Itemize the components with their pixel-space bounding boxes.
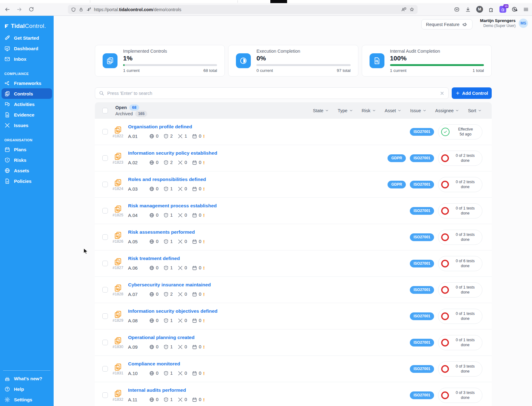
add-control-button[interactable]: Add Control [452, 87, 492, 99]
framework-badge-iso27001[interactable]: ISO27001 [410, 286, 434, 294]
row-checkbox[interactable] [102, 234, 108, 240]
framework-badge-iso27001[interactable]: ISO27001 [410, 339, 434, 346]
control-title-link[interactable]: Information security objectives defined [128, 308, 218, 314]
table-row[interactable]: Risk treatment defined#1827A.060100!ISO2… [95, 250, 492, 277]
control-title-link[interactable]: Risk assessments performed [128, 229, 195, 235]
row-checkbox[interactable] [102, 287, 108, 293]
framework-badge-iso27001[interactable]: ISO27001 [410, 181, 434, 188]
forward-icon[interactable] [16, 7, 22, 12]
status-pill[interactable]: 0 of 3 testsdone [438, 361, 482, 377]
status-pill[interactable]: 0 of 1 testsdone [438, 335, 482, 350]
permissions-icon[interactable] [86, 7, 91, 12]
control-title-link[interactable]: Risk treatment defined [128, 256, 180, 261]
search-input[interactable] [107, 91, 437, 96]
profile-avatar-icon[interactable]: M [476, 6, 483, 13]
sidebar-item-plans[interactable]: Plans [0, 144, 54, 155]
control-title-link[interactable]: Information security policy established [128, 150, 217, 156]
clear-search-icon[interactable] [440, 91, 445, 96]
table-row[interactable]: Information security objectives defined#… [95, 303, 492, 329]
sidebar-item-help[interactable]: Help [0, 384, 54, 394]
sidebar-item-evidence[interactable]: Evidence [0, 109, 54, 120]
user-menu[interactable]: Martijn Sprengers Demo (Super User) MS [480, 18, 528, 28]
back-icon[interactable] [4, 7, 10, 12]
framework-badge-gdpr[interactable]: GDPR [388, 154, 406, 162]
sidebar-item-get-started[interactable]: Get Started [0, 33, 54, 43]
tab-archived[interactable]: Archived165 [115, 111, 147, 117]
table-row[interactable]: Risk management process established#1825… [95, 198, 492, 224]
extension-puzzle-icon[interactable] [488, 7, 494, 12]
row-checkbox[interactable] [102, 208, 108, 214]
sidebar-item-dashboard[interactable]: Dashboard [0, 43, 54, 54]
sidebar-item-what-s-new[interactable]: What's new? [0, 373, 54, 384]
status-pill[interactable]: 0 of 1 testsdone [438, 282, 482, 298]
sidebar-item-policies[interactable]: Policies [0, 176, 54, 186]
row-checkbox[interactable] [102, 155, 108, 161]
table-row[interactable]: Compliance monitored#1831A.100100!ISO270… [95, 356, 492, 382]
framework-badge-gdpr[interactable]: GDPR [388, 181, 406, 188]
framework-badge-iso27001[interactable]: ISO27001 [410, 312, 434, 320]
filter-risk[interactable]: Risk [362, 108, 376, 113]
select-all-checkbox[interactable] [102, 108, 108, 113]
control-title-link[interactable]: Internal audits performed [128, 387, 186, 393]
control-title-link[interactable]: Compliance monitored [128, 361, 180, 367]
sidebar-item-risks[interactable]: Risks [0, 155, 54, 165]
filter-issue[interactable]: Issue [410, 108, 427, 113]
tracking-shield-icon[interactable] [71, 7, 76, 12]
table-row[interactable]: Operational planning created#1830A.09010… [95, 329, 492, 356]
table-row[interactable]: Cybersecurity insurance maintained#1828A… [95, 277, 492, 303]
search-box[interactable] [95, 87, 449, 99]
app-logo[interactable]: TidalControl. [0, 16, 54, 33]
url-bar[interactable]: https://portal.tidalcontrol.com/demo/con… [68, 5, 418, 14]
framework-badge-iso27001[interactable]: ISO27001 [410, 128, 434, 136]
framework-badge-iso27001[interactable]: ISO27001 [410, 207, 434, 215]
filter-asset[interactable]: Asset [385, 108, 401, 113]
reload-icon[interactable] [29, 7, 34, 12]
row-checkbox[interactable] [102, 261, 108, 266]
control-title-link[interactable]: Operational planning created [128, 335, 194, 340]
downloads-icon[interactable] [465, 7, 471, 12]
framework-badge-iso27001[interactable]: ISO27001 [410, 391, 434, 399]
table-row[interactable]: Information security policy established#… [95, 145, 492, 171]
lock-icon[interactable] [79, 7, 83, 12]
extension-badge-icon[interactable]: 13 [499, 6, 506, 13]
menu-hamburger-icon[interactable] [523, 7, 529, 12]
filter-type[interactable]: Type [338, 108, 353, 113]
avatar[interactable]: MS [519, 19, 528, 28]
control-title-link[interactable]: Cybersecurity insurance maintained [128, 282, 211, 288]
status-pill[interactable]: 0 of 2 testsdone [438, 151, 482, 166]
status-pill[interactable]: Effective5d ago [438, 124, 482, 139]
status-pill[interactable]: 0 of 3 testsdone [438, 388, 482, 403]
sidebar-item-controls[interactable]: Controls [2, 88, 52, 99]
framework-badge-iso27001[interactable]: ISO27001 [410, 154, 434, 162]
filter-sort[interactable]: Sort [468, 108, 482, 113]
framework-badge-iso27001[interactable]: ISO27001 [410, 260, 434, 267]
pocket-icon[interactable] [454, 7, 460, 12]
status-pill[interactable]: 0 of 3 testsdone [438, 230, 482, 245]
status-pill[interactable]: 0 of 1 testsdone [438, 203, 482, 218]
status-pill[interactable]: 0 of 6 testsdone [438, 256, 482, 271]
row-checkbox[interactable] [102, 366, 108, 372]
row-checkbox[interactable] [102, 182, 108, 187]
row-checkbox[interactable] [102, 313, 108, 319]
bookmark-star-icon[interactable] [409, 7, 415, 12]
request-feature-button[interactable]: Request Feature [421, 19, 472, 29]
sidebar-item-issues[interactable]: Issues [0, 120, 54, 130]
privacy-shield-icon[interactable] [512, 6, 518, 12]
row-checkbox[interactable] [102, 340, 108, 345]
table-row[interactable]: Roles and responsibilities defined#1824A… [95, 171, 492, 198]
control-title-link[interactable]: Risk management process established [128, 203, 217, 209]
table-row[interactable]: Organisation profile defined#1822A.01021… [95, 119, 492, 145]
status-pill[interactable]: 0 of 1 testsdone [438, 309, 482, 324]
tab-open[interactable]: Open68 [115, 104, 147, 111]
sidebar-item-assets[interactable]: Assets [0, 165, 54, 176]
table-row[interactable]: Internal audits performed#1832A.110100!I… [95, 382, 492, 406]
sidebar-item-activities[interactable]: Activities [0, 99, 54, 109]
framework-badge-iso27001[interactable]: ISO27001 [410, 233, 434, 241]
row-checkbox[interactable] [102, 129, 108, 135]
control-title-link[interactable]: Organisation profile defined [128, 124, 192, 130]
control-title-link[interactable]: Roles and responsibilities defined [128, 177, 206, 182]
framework-badge-iso27001[interactable]: ISO27001 [410, 365, 434, 373]
translate-icon[interactable] [401, 7, 406, 12]
sidebar-item-frameworks[interactable]: Frameworks [0, 78, 54, 88]
filter-assignee[interactable]: Assignee [435, 108, 459, 113]
